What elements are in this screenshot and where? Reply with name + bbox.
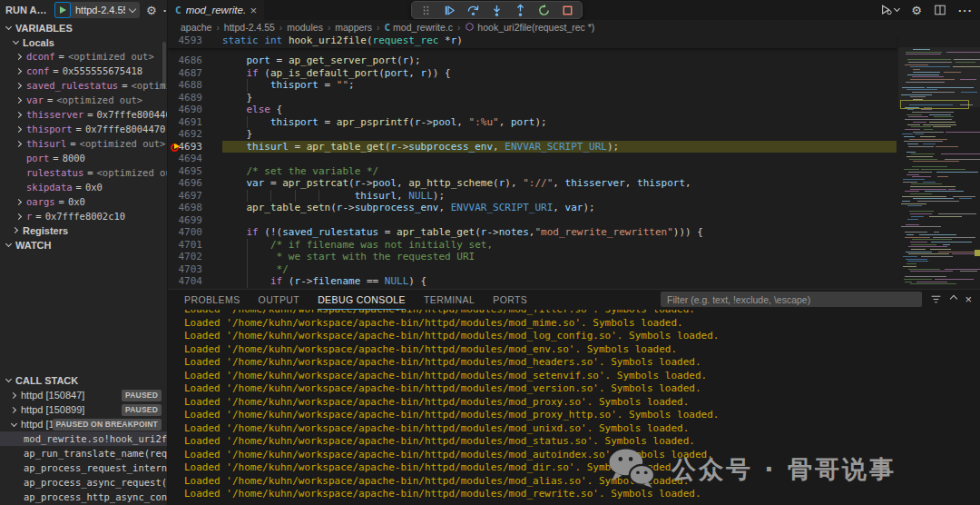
line-number[interactable]: 4700	[168, 226, 222, 239]
breadcrumb-item[interactable]: hook_uri2file(request_rec *)	[477, 22, 594, 33]
variable-row[interactable]: r=0x7fffe8002c10	[0, 209, 167, 223]
variable-row[interactable]: oargs=0x0	[0, 194, 167, 209]
stack-frame[interactable]: ap_process_async_request(request_	[0, 475, 167, 490]
watch-section-header[interactable]: WATCH	[0, 237, 167, 252]
variables-section-header[interactable]: VARIABLES	[0, 20, 167, 35]
step-out-icon[interactable]	[514, 4, 527, 17]
variable-row[interactable]: dconf=<optimized out>	[0, 49, 167, 64]
code-line[interactable]: 4701 /* if filename was not initially se…	[168, 239, 897, 252]
breadcrumb-item[interactable]: apache	[181, 22, 211, 33]
split-editor-icon[interactable]	[934, 4, 946, 16]
variable-row[interactable]: thisurl=<optimized out>	[0, 136, 167, 151]
close-tab-icon[interactable]: ×	[250, 5, 257, 16]
variable-row[interactable]: conf=0x555555675418	[0, 64, 167, 78]
breadcrumb-item[interactable]: modules	[287, 22, 323, 33]
continue-icon[interactable]	[443, 4, 456, 17]
gripper-icon[interactable]	[419, 4, 433, 17]
code-line[interactable]: 4696 var = apr_pstrcat(r->pool, ap_http_…	[168, 177, 897, 190]
code-editor[interactable]: 4593static int hook_uri2file(request_rec…	[168, 35, 980, 289]
stack-frame[interactable]: mod_rewrite.so!hook_uri2file(reque	[0, 431, 167, 446]
code-line[interactable]: 4691 thisport = apr_psprintf(r->pool, ":…	[168, 116, 897, 129]
step-into-icon[interactable]	[490, 4, 504, 17]
line-number[interactable]: 4688	[168, 79, 222, 92]
breakpoint-paused-icon[interactable]	[171, 143, 181, 152]
code-line[interactable]: 4697 thisurl, NULL);	[168, 190, 897, 203]
start-debugging-button[interactable]	[54, 2, 71, 18]
line-number[interactable]: 4697	[168, 190, 222, 203]
call-stack-session[interactable]: httpd [150847]PAUSED	[0, 388, 167, 402]
line-number[interactable]: 4698	[168, 202, 222, 214]
code-line[interactable]: 4693 thisurl = apr_table_get(r->subproce…	[168, 141, 897, 153]
panel-tab-output[interactable]: OUTPUT	[259, 291, 300, 310]
code-line[interactable]: 4704 if (r->filename == NULL) {	[168, 275, 897, 288]
variable-row[interactable]: thisport=0x7fffe8004470 ":8000"	[0, 122, 167, 136]
code-line[interactable]: 4703 */	[168, 263, 897, 276]
line-number[interactable]: 4687	[168, 67, 222, 80]
minimap[interactable]	[898, 35, 980, 289]
line-number[interactable]: 4692	[168, 128, 222, 141]
settings-gear-icon[interactable]: ⚙	[911, 4, 922, 17]
call-stack-session[interactable]: httpd [150899]PAUSED	[0, 402, 167, 417]
variable-row[interactable]: skipdata=0x0	[0, 180, 167, 194]
line-number[interactable]: 4686	[168, 54, 222, 67]
stack-frame[interactable]: ap_process_http_async_connection(	[0, 490, 167, 504]
panel-tab-debug-console[interactable]: DEBUG CONSOLE	[318, 291, 406, 310]
code-line[interactable]: 4692 }	[168, 128, 897, 141]
panel-tab-terminal[interactable]: TERMINAL	[424, 291, 475, 310]
panel-tab-ports[interactable]: PORTS	[493, 291, 527, 310]
line-number[interactable]: 4690	[168, 104, 222, 116]
call-stack-session[interactable]: httpd [150...PAUSED ON BREAKPOINT	[0, 417, 167, 431]
locals-scope-header[interactable]: Locals	[0, 35, 167, 49]
code-line[interactable]: 4689 }	[168, 92, 897, 104]
stack-frame[interactable]: ap_run_translate_name(request_rec	[0, 446, 167, 460]
variable-row[interactable]: port=8000	[0, 151, 167, 165]
breadcrumb-item[interactable]: mod_rewrite.c	[393, 22, 453, 33]
code-line[interactable]: 4695 /* set the variable */	[168, 165, 897, 178]
more-actions-icon[interactable]: ···	[958, 4, 973, 17]
line-number[interactable]: 4695	[168, 165, 222, 178]
sidebar-scrollbar[interactable]	[162, 42, 166, 89]
line-number[interactable]: 4699	[168, 214, 222, 227]
code-line[interactable]: 4700 if (!(saved_rulestatus = apr_table_…	[168, 226, 897, 239]
code-line[interactable]: 4690 else {	[168, 104, 897, 116]
line-number[interactable]: 4703	[168, 263, 222, 276]
breadcrumb-item[interactable]: httpd-2.4.55	[224, 22, 275, 33]
code-line[interactable]: 4688 thisport = "";	[168, 79, 897, 92]
panel-tab-problems[interactable]: PROBLEMS	[184, 291, 240, 310]
line-number[interactable]: 4701	[168, 239, 222, 252]
code-line[interactable]: 4702 * we start with the requested URI	[168, 251, 897, 263]
debug-config-selector[interactable]: httpd-2.4.55	[54, 2, 140, 18]
code-line[interactable]: 4698 apr_table_setn(r->subprocess_env, E…	[168, 202, 897, 214]
variable-row[interactable]: thisserver=0x7fffe8004400 "192…	[0, 107, 167, 122]
code-line[interactable]: 4687 if (ap_is_default_port(port, r)) {	[168, 67, 897, 80]
filter-icon[interactable]	[930, 293, 942, 305]
restart-icon[interactable]	[537, 4, 551, 17]
editor-tab[interactable]: C mod_rewrite.c ×	[168, 0, 264, 20]
line-number[interactable]: 4702	[168, 251, 222, 263]
line-number[interactable]: 4694	[168, 153, 222, 165]
call-stack-section-header[interactable]: CALL STACK	[0, 372, 167, 388]
sticky-scroll-line[interactable]: 4593static int hook_uri2file(request_rec…	[168, 35, 897, 48]
variable-row[interactable]: rulestatus=<optimized out>	[0, 165, 167, 180]
collapse-panel-icon[interactable]	[951, 296, 956, 302]
console-filter-input[interactable]	[661, 292, 922, 307]
registers-scope-header[interactable]: Registers	[0, 223, 167, 237]
code-lines[interactable]: 4686 port = ap_get_server_port(r);4687 i…	[168, 48, 897, 289]
code-line[interactable]: 4686 port = ap_get_server_port(r);	[168, 54, 897, 67]
stop-icon[interactable]	[561, 4, 574, 17]
variable-row[interactable]: var=<optimized out>	[0, 93, 167, 107]
line-number[interactable]: 4593	[168, 35, 222, 47]
line-number[interactable]: 4704	[168, 275, 222, 288]
gear-icon[interactable]: ⚙	[146, 5, 157, 16]
variable-row[interactable]: saved_rulestatus=<optimized ou…	[0, 78, 167, 93]
stack-frame[interactable]: ap_process_request_internal(reques	[0, 460, 167, 475]
code-line[interactable]: 4699	[168, 214, 897, 227]
run-or-debug-icon[interactable]	[880, 4, 899, 16]
line-number[interactable]: 4689	[168, 92, 222, 104]
close-panel-icon[interactable]: ×	[965, 293, 972, 305]
line-number[interactable]: 4696	[168, 177, 222, 190]
line-number[interactable]: 4691	[168, 116, 222, 129]
breadcrumb-item[interactable]: mappers	[335, 22, 372, 33]
step-over-icon[interactable]	[466, 4, 480, 17]
code-line[interactable]: 4593static int hook_uri2file(request_rec…	[168, 35, 897, 47]
